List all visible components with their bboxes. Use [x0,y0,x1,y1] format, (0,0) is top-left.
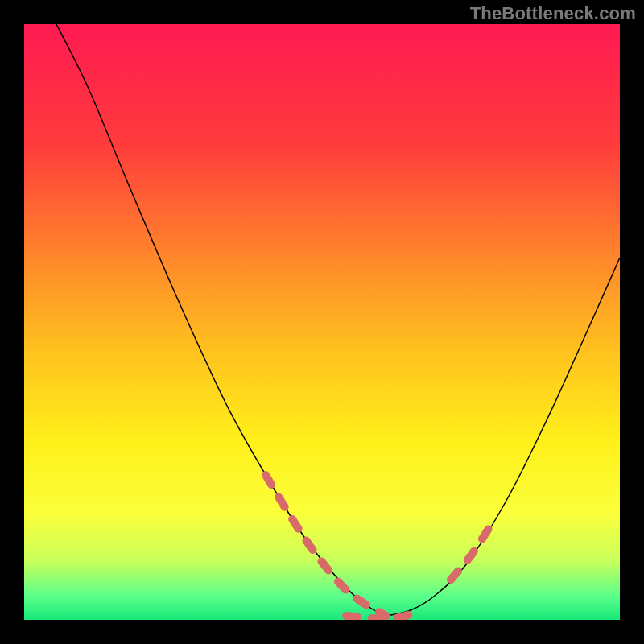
watermark-text: TheBottleneck.com [470,3,636,24]
series-dotted-left [266,475,386,616]
series-dotted-right [451,525,491,580]
series-right-arm [386,258,620,616]
plot-area [24,24,620,620]
series-left-arm [56,24,386,616]
curve-layer [24,24,620,620]
chart-frame: TheBottleneck.com [0,0,644,644]
